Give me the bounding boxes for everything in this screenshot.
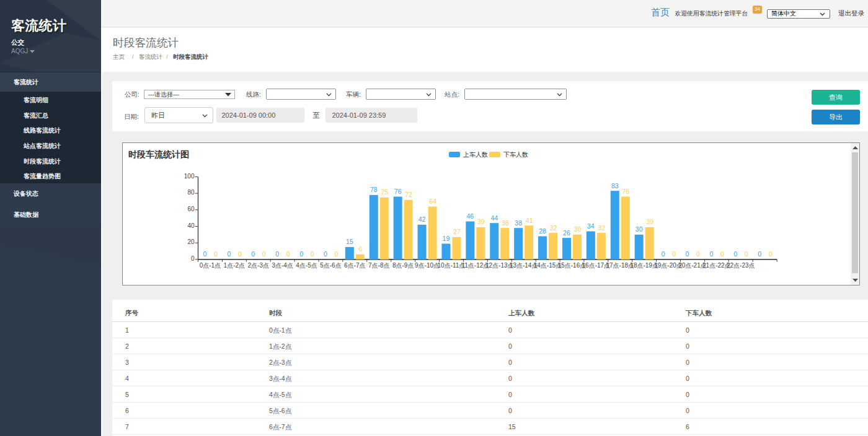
svg-text:40: 40	[187, 222, 195, 229]
svg-text:0: 0	[191, 255, 195, 262]
svg-text:0: 0	[733, 250, 737, 258]
svg-text:78: 78	[370, 186, 378, 193]
svg-text:1点-2点: 1点-2点	[224, 262, 245, 269]
svg-text:42: 42	[418, 216, 426, 223]
svg-text:6点-7点: 6点-7点	[344, 262, 365, 269]
svg-text:2点-3点: 2点-3点	[248, 262, 269, 269]
svg-text:32: 32	[550, 224, 557, 231]
svg-text:5点-6点: 5点-6点	[320, 262, 341, 269]
svg-text:0: 0	[203, 250, 207, 258]
svg-text:72: 72	[405, 191, 412, 198]
svg-text:0: 0	[720, 250, 724, 258]
svg-text:39: 39	[646, 218, 653, 225]
svg-text:19: 19	[443, 234, 450, 242]
svg-text:0: 0	[214, 250, 218, 258]
svg-text:83: 83	[611, 181, 619, 189]
svg-text:27: 27	[453, 228, 461, 235]
svg-text:0: 0	[758, 250, 761, 258]
svg-text:46: 46	[467, 212, 474, 219]
svg-text:6: 6	[358, 245, 362, 253]
svg-text:64: 64	[429, 197, 436, 204]
svg-text:7点-8点: 7点-8点	[368, 262, 389, 269]
svg-text:44: 44	[490, 214, 498, 221]
svg-text:20: 20	[187, 238, 195, 245]
svg-text:22点-23点: 22点-23点	[727, 262, 755, 269]
svg-text:32: 32	[598, 224, 606, 231]
svg-text:39: 39	[477, 218, 485, 225]
svg-text:3点-4点: 3点-4点	[272, 262, 293, 269]
svg-text:60: 60	[187, 206, 195, 212]
svg-text:8点-9点: 8点-9点	[392, 262, 414, 269]
svg-text:4点-5点: 4点-5点	[296, 262, 317, 269]
svg-text:0: 0	[251, 250, 255, 258]
svg-text:0: 0	[227, 250, 231, 258]
svg-text:0: 0	[335, 250, 339, 258]
svg-text:76: 76	[394, 187, 402, 194]
svg-text:30: 30	[636, 225, 643, 233]
svg-text:26: 26	[563, 229, 570, 236]
svg-text:0: 0	[311, 250, 314, 258]
svg-text:0: 0	[262, 250, 266, 258]
svg-text:0: 0	[238, 250, 242, 258]
svg-text:28: 28	[539, 227, 546, 234]
svg-text:0点-1点: 0点-1点	[200, 262, 221, 269]
svg-text:0: 0	[709, 250, 713, 258]
svg-text:0: 0	[286, 250, 290, 258]
svg-text:75: 75	[381, 188, 388, 196]
svg-text:100: 100	[184, 172, 195, 179]
svg-text:38: 38	[502, 219, 509, 226]
svg-text:0: 0	[745, 250, 748, 258]
svg-text:0: 0	[686, 250, 689, 258]
svg-text:80: 80	[187, 189, 195, 196]
svg-text:30: 30	[574, 225, 582, 233]
svg-text:9点-10点: 9点-10点	[415, 262, 440, 269]
svg-text:0: 0	[769, 250, 773, 258]
svg-text:41: 41	[526, 216, 533, 224]
svg-text:0: 0	[299, 250, 303, 258]
svg-text:76: 76	[622, 187, 629, 194]
svg-text:0: 0	[275, 250, 279, 258]
svg-text:0: 0	[672, 250, 676, 258]
svg-text:34: 34	[587, 222, 595, 229]
svg-text:0: 0	[696, 250, 700, 258]
svg-text:0: 0	[662, 250, 665, 258]
svg-text:0: 0	[324, 250, 327, 258]
svg-text:15: 15	[346, 238, 353, 245]
svg-text:38: 38	[515, 219, 522, 226]
